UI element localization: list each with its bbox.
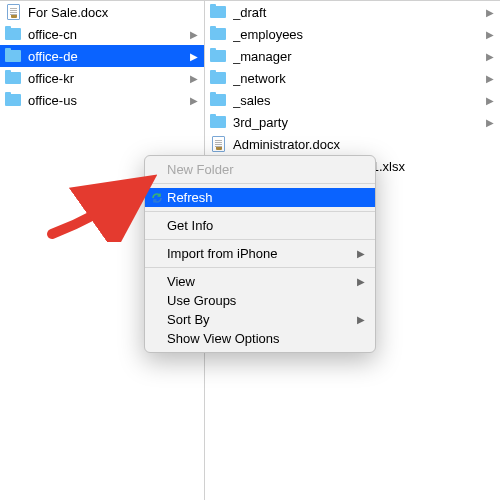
disclosure-arrow-icon: ▶ [486,73,494,84]
disclosure-arrow-icon: ▶ [190,73,198,84]
item-label: _network [233,71,482,86]
file-row[interactable]: For Sale.docx [0,1,204,23]
folder-row[interactable]: office-de▶ [0,45,204,67]
menu-separator [145,267,375,268]
menu-item-label: Use Groups [167,293,236,308]
disclosure-arrow-icon: ▶ [486,95,494,106]
folder-row[interactable]: _manager▶ [205,45,500,67]
menu-item: New Folder [145,160,375,179]
menu-item-label: Import from iPhone [167,246,278,261]
item-label: For Sale.docx [28,5,198,20]
folder-icon [209,113,227,131]
folder-icon [209,3,227,21]
disclosure-arrow-icon: ▶ [190,95,198,106]
folder-icon [4,91,22,109]
disclosure-arrow-icon: ▶ [190,51,198,62]
folder-row[interactable]: 3rd_party▶ [205,111,500,133]
menu-separator [145,239,375,240]
file-row[interactable]: Administrator.docx [205,133,500,155]
disclosure-arrow-icon: ▶ [486,29,494,40]
folder-icon [4,69,22,87]
folder-row[interactable]: _sales▶ [205,89,500,111]
folder-icon [209,69,227,87]
menu-item-label: Get Info [167,218,213,233]
menu-item[interactable]: View▶ [145,272,375,291]
folder-icon [4,47,22,65]
submenu-arrow-icon: ▶ [357,276,365,287]
docx-file-icon [209,135,227,153]
folder-icon [4,25,22,43]
menu-item[interactable]: Refresh [145,188,375,207]
menu-item[interactable]: Show View Options [145,329,375,348]
item-label: Administrator.docx [233,137,494,152]
menu-item-label: Sort By [167,312,210,327]
item-label: _draft [233,5,482,20]
item-label: office-kr [28,71,186,86]
folder-row[interactable]: _network▶ [205,67,500,89]
submenu-arrow-icon: ▶ [357,248,365,259]
menu-separator [145,183,375,184]
item-label: office-de [28,49,186,64]
folder-row[interactable]: office-us▶ [0,89,204,111]
menu-item[interactable]: Use Groups [145,291,375,310]
menu-separator [145,211,375,212]
item-label: office-us [28,93,186,108]
item-label: 3rd_party [233,115,482,130]
folder-row[interactable]: _draft▶ [205,1,500,23]
folder-icon [209,47,227,65]
menu-item[interactable]: Import from iPhone▶ [145,244,375,263]
refresh-icon [151,192,163,204]
folder-icon [209,91,227,109]
item-label: _manager [233,49,482,64]
item-label: _employees [233,27,482,42]
folder-row[interactable]: _employees▶ [205,23,500,45]
item-label: _sales [233,93,482,108]
submenu-arrow-icon: ▶ [357,314,365,325]
disclosure-arrow-icon: ▶ [486,117,494,128]
disclosure-arrow-icon: ▶ [486,7,494,18]
disclosure-arrow-icon: ▶ [486,51,494,62]
menu-item-label: Show View Options [167,331,280,346]
folder-row[interactable]: office-cn▶ [0,23,204,45]
item-label: office-cn [28,27,186,42]
menu-item[interactable]: Get Info [145,216,375,235]
menu-item[interactable]: Sort By▶ [145,310,375,329]
folder-icon [209,25,227,43]
menu-item-label: View [167,274,195,289]
context-menu: New FolderRefreshGet InfoImport from iPh… [144,155,376,353]
folder-row[interactable]: office-kr▶ [0,67,204,89]
disclosure-arrow-icon: ▶ [190,29,198,40]
menu-item-label: New Folder [167,162,233,177]
docx-file-icon [4,3,22,21]
menu-item-label: Refresh [167,190,213,205]
